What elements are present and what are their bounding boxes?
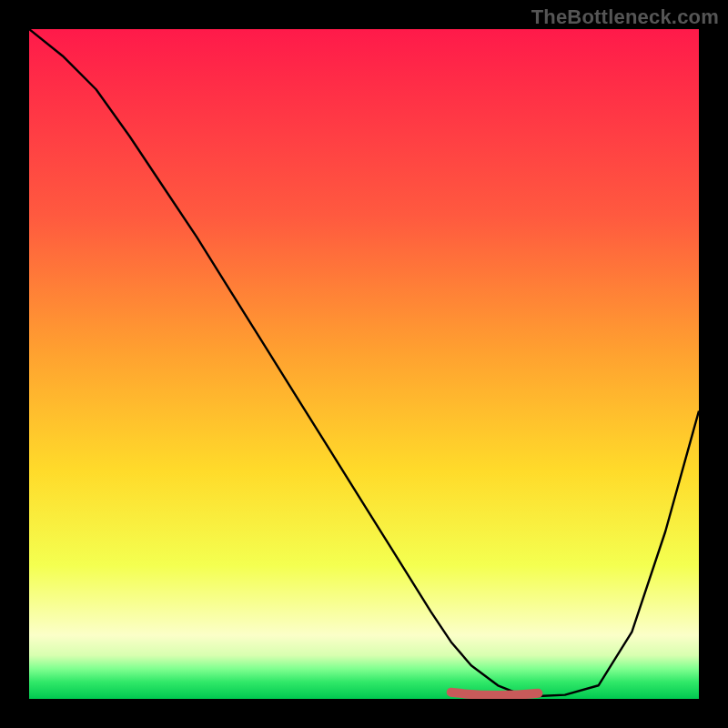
chart-background: [29, 29, 699, 699]
plot-area: [29, 29, 699, 699]
chart-svg: [29, 29, 699, 699]
chart-container: TheBottleneck.com: [0, 0, 728, 728]
sweet-spot-marker: [451, 693, 539, 695]
watermark-text: TheBottleneck.com: [531, 5, 719, 29]
